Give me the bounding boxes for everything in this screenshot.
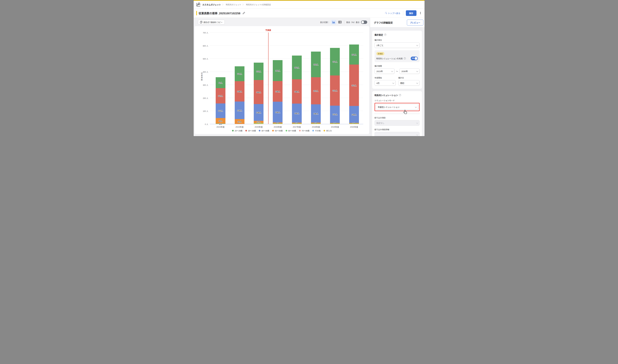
percent-display-toggle[interactable] [361, 21, 367, 24]
help-icon[interactable]: ? [399, 94, 401, 96]
bar-2030年度[interactable]: 154人317人129人3人 [349, 44, 359, 124]
bar-segment-50〜59歳[interactable]: 37人 [235, 119, 245, 124]
bar-segment-30〜39歳[interactable]: 117人 [216, 88, 225, 104]
bar-segment-40〜49歳[interactable]: 129人 [349, 106, 359, 123]
copy-icon [200, 21, 202, 24]
legend-item-30〜39歳[interactable]: 30〜39歳 [245, 129, 256, 132]
y-gridline [210, 32, 363, 33]
legend-item-未入力[interactable]: 未入力 [324, 129, 332, 132]
period-from-select[interactable]: 2023年 [375, 68, 395, 74]
aggregation-unit-select[interactable]: 1年ごと [375, 42, 420, 48]
fiscal-start-select[interactable]: 4月 [375, 80, 396, 86]
legend-dot [245, 130, 247, 131]
bar-segment-未入力[interactable] [292, 124, 302, 124]
bar-2029年度[interactable]: 211人231人132人3人 [330, 48, 340, 124]
use-simulation-toggle[interactable]: ON [411, 57, 418, 60]
bar-segment-20〜29歳[interactable]: 133人 [254, 63, 263, 80]
bar-segment-20〜29歳[interactable]: 182人 [292, 56, 302, 79]
bar-segment-未入力[interactable] [254, 123, 263, 124]
legend-dot [259, 130, 261, 131]
kebab-menu-icon[interactable]: ⋮ [419, 11, 422, 15]
bar-segment-未入力[interactable] [273, 124, 283, 124]
bar-segment-20〜29歳[interactable]: 154人 [349, 44, 359, 65]
bar-2027年度[interactable]: 182人186人145人5人 [292, 56, 302, 124]
chart-view-button[interactable] [331, 20, 336, 25]
legend-item-70〜99歳[interactable]: 70〜99歳 [299, 129, 310, 132]
bar-2024年度[interactable]: 114人156人134人37人 [235, 66, 245, 124]
bar-segment-未入力[interactable] [349, 124, 359, 124]
percent-display-label: 割合（%）表示 [346, 21, 360, 24]
breadcrumb-item-timeseries-gadget[interactable]: 時系列ガジェット [226, 3, 241, 6]
edit-title-icon[interactable] [242, 12, 245, 14]
bar-segment-30〜39歳[interactable]: 207人 [311, 77, 321, 104]
filter-item-detail-label: 絞り込み項目詳細 [375, 128, 420, 131]
bar-segment-20〜29歳[interactable]: 114人 [235, 66, 245, 81]
chevron-down-icon [392, 82, 394, 84]
bar-segment-label: 5人 [295, 122, 298, 124]
bar-segment-50〜59歳[interactable]: 17人 [254, 121, 263, 123]
chevron-down-icon [416, 133, 418, 135]
bar-segment-label: 134人 [237, 109, 242, 112]
bar-2023年度[interactable]: 83人117人112人43人2人 [216, 77, 225, 124]
bar-segment-40〜49歳[interactable]: 112人 [216, 104, 225, 118]
bar-segment-40〜49歳[interactable]: 140人 [311, 104, 321, 123]
toggle-knob [414, 57, 417, 60]
bar-segment-20〜29歳[interactable]: 197人 [311, 52, 321, 77]
bar-segment-20〜29歳[interactable]: 211人 [330, 48, 340, 76]
bar-segment-label: 43人 [219, 119, 222, 122]
bar-segment-40〜49歳[interactable]: 128人 [254, 104, 263, 121]
bar-segment-未入力[interactable] [330, 124, 340, 124]
bar-segment-30〜39歳[interactable]: 184人 [254, 80, 263, 104]
bar-segment-40〜49歳[interactable]: 132人 [330, 106, 340, 123]
period-to-select[interactable]: 2030年 [399, 68, 420, 74]
bar-segment-label: 211人 [332, 60, 337, 63]
chevron-down-icon [391, 70, 393, 72]
bar-segment-未入力[interactable] [311, 124, 321, 124]
breadcrumb-item-custom-gadget[interactable]: カスタムガジェット [202, 3, 221, 6]
help-icon[interactable]: ? [384, 34, 386, 36]
bar-segment-30〜39歳[interactable]: 158人 [273, 81, 283, 102]
bar-2028年度[interactable]: 197人207人140人5人 [311, 52, 321, 124]
bar-segment-20〜29歳[interactable]: 160人 [273, 60, 283, 81]
back-to-top-link[interactable]: ⮌ トップへ戻る [385, 12, 400, 14]
page-title: 従業員数の推移_20251007102258 [199, 11, 240, 15]
save-button[interactable]: 保存 [406, 10, 416, 16]
aggregation-unit-label: 集計単位 [375, 39, 420, 41]
bar-segment-label: 207人 [313, 90, 318, 92]
legend-item-60〜69歳[interactable]: 60〜69歳 [286, 129, 296, 132]
bar-2025年度[interactable]: 133人184人128人17人 [254, 63, 263, 124]
bar-segment-40〜49歳[interactable]: 145人 [292, 104, 302, 123]
legend-item-20〜29歳[interactable]: 20〜29歳 [232, 129, 243, 132]
simulation-mode-select[interactable]: 年齢別シミュレーション [376, 104, 418, 110]
bar-segment-40〜49歳[interactable]: 159人 [273, 102, 283, 122]
legend-label: その他 [315, 129, 321, 132]
y-axis-tick-label: 700 人 [198, 31, 208, 34]
aggregation-day-label: 集計日 [398, 76, 420, 79]
filter-item-detail-select[interactable] [375, 132, 420, 136]
bar-segment-40〜49歳[interactable]: 134人 [235, 102, 245, 119]
bar-segment-30〜39歳[interactable]: 156人 [235, 81, 245, 102]
aggregation-day-select[interactable]: 期初 [398, 80, 420, 86]
bar-segment-20〜29歳[interactable]: 83人 [216, 77, 225, 88]
table-view-button[interactable] [337, 20, 343, 25]
y-axis-tick-label: 500 人 [198, 57, 208, 60]
filter-item-select[interactable]: 指定なし [375, 120, 420, 126]
bar-segment-30〜39歳[interactable]: 231人 [330, 76, 340, 106]
simulation-mode-label: シミュレーションモード [375, 99, 420, 102]
preview-button[interactable]: プレビュー [407, 20, 423, 26]
x-axis-tick-label: 2025年度 [250, 125, 267, 128]
legend-item-50〜59歳[interactable]: 50〜59歳 [272, 129, 283, 132]
help-icon[interactable]: ? [404, 57, 406, 60]
legend-item-その他[interactable]: その他 [312, 129, 321, 132]
bar-segment-label: 231人 [332, 89, 337, 92]
bar-segment-30〜39歳[interactable]: 186人 [292, 79, 302, 104]
toggle-on-text: ON [412, 57, 414, 59]
legend-label: 30〜39歳 [248, 129, 256, 132]
bar-segment-60〜69歳[interactable]: 2人 [216, 124, 225, 124]
copy-table-values-button[interactable]: 表形式で数値をコピー [198, 20, 225, 25]
legend-item-40〜49歳[interactable]: 40〜49歳 [259, 129, 269, 132]
bar-2026年度[interactable]: 160人158人159人6人 [273, 60, 283, 124]
use-simulation-label: 時系列シミュレーションを利用 [376, 57, 403, 60]
bar-segment-30〜39歳[interactable]: 317人 [349, 65, 359, 106]
forecast-label: 予測値 [265, 29, 271, 31]
